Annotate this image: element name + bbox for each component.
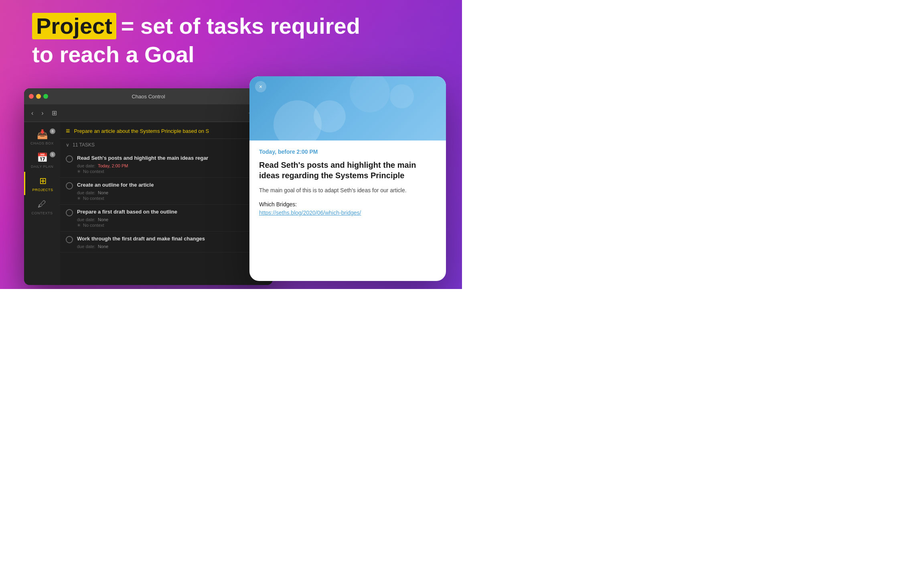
- decorative-bubble-3: [390, 84, 414, 108]
- task-due-value: Today, 2:00 PM: [98, 163, 128, 168]
- task-title: Work through the first draft and make fi…: [77, 236, 267, 242]
- task-content: Prepare a first draft based on the outli…: [77, 209, 267, 222]
- task-content: Create an outline for the article due da…: [77, 182, 267, 195]
- chevron-down-icon: ∨: [66, 142, 69, 148]
- task-main-row: Prepare a first draft based on the outli…: [66, 209, 267, 222]
- task-checkbox[interactable]: [66, 236, 73, 243]
- task-meta: due date: None: [77, 217, 267, 222]
- calendar-icon: 📅: [37, 153, 48, 163]
- grid-icon: ⊞: [39, 176, 47, 186]
- headline-line2: to reach a Goal: [32, 41, 430, 68]
- tag-icon: 🖊: [38, 199, 47, 210]
- main-panel: ≡ Prepare an article about the Systems P…: [60, 122, 273, 285]
- task-content: Read Seth's posts and highlight the main…: [77, 155, 267, 168]
- traffic-light-yellow[interactable]: [36, 94, 41, 99]
- task-checkbox[interactable]: [66, 209, 73, 216]
- detail-panel: × Today, before 2:00 PM Read Seth's post…: [249, 76, 446, 281]
- project-icon: ≡: [66, 127, 70, 135]
- detail-header-image: ×: [249, 76, 446, 140]
- tasks-count: 11 TASKS: [73, 142, 95, 148]
- task-main-row: Read Seth's posts and highlight the main…: [66, 155, 267, 168]
- detail-description: The main goal of this is to adapt Seth's…: [259, 186, 436, 195]
- sidebar-item-daily-plan[interactable]: 5 📅 DAILY PLAN: [24, 149, 60, 172]
- task-title: Read Seth's posts and highlight the main…: [77, 155, 267, 162]
- task-context-row: ✳ No context: [77, 196, 267, 201]
- title-bar: Chaos Control: [24, 88, 273, 104]
- task-context-row: ✳ No context: [77, 223, 267, 228]
- detail-close-button[interactable]: ×: [255, 81, 266, 92]
- projects-label: PROJECTS: [32, 188, 53, 192]
- sidebar-item-projects[interactable]: ⊞ PROJECTS: [24, 172, 60, 195]
- task-due-label: due date:: [77, 190, 95, 195]
- task-meta: due date: Today, 2:00 PM: [77, 163, 267, 168]
- task-context: No context: [83, 196, 104, 201]
- task-due-label: due date:: [77, 217, 95, 222]
- layout-button[interactable]: ⊞: [49, 108, 59, 118]
- toolbar: ‹ › ⊞ + ↻: [24, 104, 273, 122]
- context-icon: ✳: [77, 196, 81, 201]
- headline-highlight: Project: [32, 13, 116, 39]
- decorative-bubble-2: [314, 100, 346, 132]
- task-context: No context: [83, 169, 104, 174]
- task-due-value: None: [98, 244, 108, 249]
- detail-links-label: Which Bridges: https://seths.blog/2020/0…: [259, 200, 436, 217]
- task-main-row: Work through the first draft and make fi…: [66, 236, 267, 249]
- task-item[interactable]: Read Seth's posts and highlight the main…: [60, 151, 273, 178]
- sidebar-item-contexts[interactable]: 🖊 CONTEXTS: [24, 195, 60, 218]
- headline-line1: Project = set of tasks required: [32, 13, 430, 39]
- detail-due-date: Today, before 2:00 PM: [259, 149, 436, 155]
- app-content: 8 📥 CHAOS BOX 5 📅 DAILY PLAN ⊞ PROJECTS …: [24, 122, 273, 285]
- app-window: Chaos Control ‹ › ⊞ + ↻ 8 📥 CHAOS BOX 5 …: [24, 88, 273, 285]
- task-item[interactable]: Prepare a first draft based on the outli…: [60, 205, 273, 232]
- project-title: Prepare an article about the Systems Pri…: [74, 128, 209, 134]
- traffic-light-green[interactable]: [43, 94, 48, 99]
- forward-button[interactable]: ›: [39, 108, 46, 118]
- headline-section: Project = set of tasks required to reach…: [32, 13, 430, 68]
- tasks-count-row: ∨ 11 TASKS: [60, 139, 273, 151]
- back-button[interactable]: ‹: [29, 108, 36, 118]
- daily-plan-label: DAILY PLAN: [31, 165, 53, 169]
- window-title: Chaos Control: [132, 94, 165, 100]
- task-content: Work through the first draft and make fi…: [77, 236, 267, 249]
- task-title: Create an outline for the article: [77, 182, 267, 189]
- task-meta: due date: None: [77, 244, 267, 249]
- task-context-row: ✳ No context: [77, 169, 267, 174]
- sidebar-item-chaos-box[interactable]: 8 📥 CHAOS BOX: [24, 125, 60, 149]
- context-icon: ✳: [77, 223, 81, 228]
- task-due-label: due date:: [77, 163, 95, 168]
- daily-plan-badge: 5: [50, 152, 55, 157]
- sidebar: 8 📥 CHAOS BOX 5 📅 DAILY PLAN ⊞ PROJECTS …: [24, 122, 60, 285]
- context-icon: ✳: [77, 169, 81, 174]
- task-main-row: Create an outline for the article due da…: [66, 182, 267, 195]
- project-header: ≡ Prepare an article about the Systems P…: [60, 122, 273, 139]
- decorative-bubble-4: [350, 76, 390, 112]
- task-item[interactable]: Create an outline for the article due da…: [60, 178, 273, 205]
- traffic-light-red[interactable]: [29, 94, 34, 99]
- traffic-lights: [29, 94, 48, 99]
- task-meta: due date: None: [77, 190, 267, 195]
- detail-body: Today, before 2:00 PM Read Seth's posts …: [249, 140, 446, 225]
- chaos-box-label: CHAOS BOX: [30, 141, 54, 145]
- inbox-icon: 📥: [37, 129, 48, 140]
- chaos-box-badge: 8: [50, 128, 55, 134]
- task-due-value: None: [98, 190, 108, 195]
- task-due-label: due date:: [77, 244, 95, 249]
- detail-task-title: Read Seth's posts and highlight the main…: [259, 160, 436, 181]
- task-due-value: None: [98, 217, 108, 222]
- contexts-label: CONTEXTS: [31, 211, 53, 215]
- task-context: No context: [83, 223, 104, 228]
- decorative-bubble-1: [274, 100, 322, 149]
- task-checkbox[interactable]: [66, 182, 73, 189]
- task-item[interactable]: Work through the first draft and make fi…: [60, 232, 273, 252]
- headline-rest-line1: = set of tasks required: [121, 14, 360, 39]
- task-title: Prepare a first draft based on the outli…: [77, 209, 267, 216]
- detail-link[interactable]: https://seths.blog/2020/06/which-bridges…: [259, 210, 361, 216]
- task-checkbox[interactable]: [66, 155, 73, 163]
